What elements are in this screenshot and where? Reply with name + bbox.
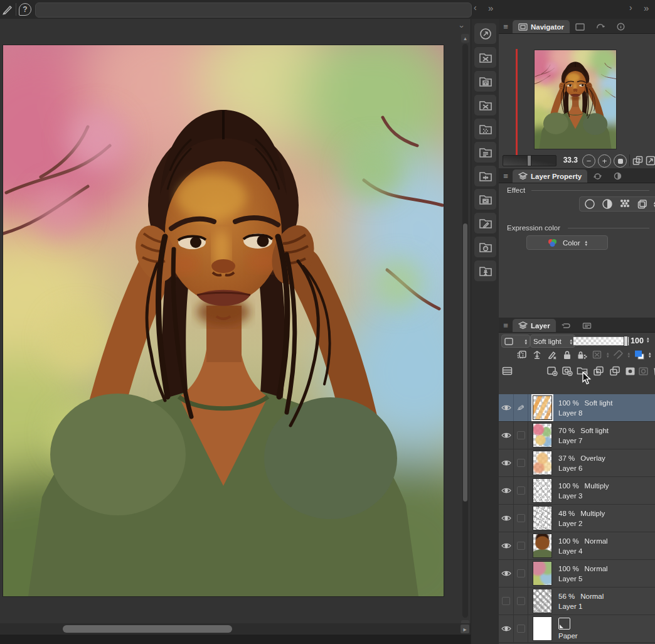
visibility-eye-icon[interactable] [499,422,514,449]
zoom-reset-button[interactable] [614,154,627,168]
tone-effect-icon[interactable] [601,198,614,210]
panel-more-left-icon[interactable]: » [488,3,492,13]
tab-item-bank[interactable] [590,20,611,33]
fit-to-screen-icon[interactable] [631,154,644,167]
edit-target-slot[interactable] [514,560,528,587]
layer-row-paper[interactable]: Paper [499,615,655,643]
tab-information[interactable] [611,20,631,33]
tab-layer-property[interactable]: Layer Property [513,169,587,183]
zoom-slider[interactable] [503,155,556,166]
visibility-eye-icon[interactable] [499,532,514,559]
visibility-eye-icon[interactable] [499,477,514,504]
delete-layer-icon[interactable] [652,366,655,376]
horizontal-scroll-thumb[interactable] [63,625,232,633]
tab-animation[interactable] [587,169,608,183]
tab-sub-view[interactable] [570,20,590,33]
layer-row-layer2[interactable]: 48 %MultiplyLayer 2 [499,505,655,532]
edit-target-slot[interactable] [514,505,528,532]
tab-navigator[interactable]: Navigator [513,20,570,33]
panel-collapse-left-icon[interactable]: ‹ [474,3,476,13]
canvas-menu-chevron-icon[interactable]: › [457,25,466,28]
material-folder-monochrome-icon[interactable] [474,95,496,115]
transfer-to-lower-layer-icon[interactable] [593,366,604,376]
layer-thumbnail[interactable] [533,561,552,586]
material-folder-image-icon[interactable] [474,166,496,186]
layer-thumbnail[interactable] [533,478,552,503]
edit-target-slot[interactable] [514,422,528,449]
palette-color-combo[interactable]: ▴▾ [501,335,530,348]
edit-target-slot[interactable] [514,588,528,614]
edit-target-slot[interactable] [514,477,528,504]
new-raster-layer-icon[interactable] [546,366,558,376]
layer-name[interactable]: Layer 1 [558,603,604,610]
halftone-effect-icon[interactable] [619,198,631,210]
opacity-slider[interactable] [573,336,629,346]
scroll-up-icon[interactable]: ▴ [461,34,469,43]
layer-name[interactable]: Paper [558,632,578,640]
layer-menu-icon[interactable]: ≡ [499,318,513,332]
quick-access-icon[interactable] [474,23,496,44]
layer-thumbnail[interactable] [533,395,552,420]
lock-transparent-pixels-icon[interactable] [577,350,588,360]
layer-name[interactable]: Layer 2 [558,520,605,527]
layer-thumbnail[interactable] [533,451,552,475]
tab-tool-property[interactable] [608,169,627,183]
layer-color-effect-icon[interactable] [636,198,649,210]
zoom-slider-thumb[interactable] [527,155,531,166]
layer-name[interactable]: Layer 7 [558,437,609,444]
opacity-slider-thumb[interactable] [624,336,628,346]
canvas-viewport[interactable]: › ▴ ▾ ▸ [0,19,471,644]
navigator-menu-icon[interactable]: ≡ [499,19,513,33]
visibility-eye-icon[interactable] [499,505,514,532]
opacity-stepper-icon[interactable]: ▴▾ [647,336,649,343]
vertical-scroll-thumb[interactable] [463,223,467,502]
material-folder-all-icon[interactable] [474,47,496,68]
layer-row-layer1-hidden[interactable]: 56 %NormalLayer 1 [499,588,655,615]
command-bar-field[interactable] [35,3,472,18]
visibility-eye-slot-hidden[interactable] [499,588,514,614]
artwork-canvas[interactable] [3,45,444,596]
layer-row-layer5[interactable]: 100 %NormalLayer 5 [499,560,655,588]
material-folder-edit-icon[interactable] [474,213,496,233]
layer-name[interactable]: Layer 3 [558,492,609,500]
visibility-eye-icon[interactable] [499,449,514,476]
layer-color-swatch[interactable] [634,350,645,360]
layer-name[interactable]: Layer 4 [558,547,608,555]
edit-target-slot[interactable] [514,449,528,476]
material-folder-pattern-icon[interactable] [474,189,496,210]
visibility-eye-icon[interactable] [499,615,514,642]
fit-to-area-icon[interactable] [644,154,655,167]
combine-to-lower-layer-icon[interactable] [609,366,620,376]
material-folder-3d-icon[interactable] [474,237,496,257]
zoom-in-button[interactable]: + [598,154,611,168]
clip-to-layer-below-icon[interactable] [516,350,528,360]
layer-row-layer6[interactable]: 37 %OverlayLayer 6 [499,449,655,477]
material-folder-pose-icon[interactable] [474,260,496,281]
navigator-thumbnail[interactable] [535,50,616,149]
expression-color-dropdown[interactable]: Color ▴▾ [526,235,608,250]
layer-row-layer8[interactable]: ✎ 100 %Soft lightLayer 8 [499,394,655,422]
layer-row-layer4[interactable]: 100 %NormalLayer 4 [499,532,655,560]
vertical-scrollbar[interactable]: ▴ ▾ [461,34,469,638]
border-effect-icon[interactable] [583,198,596,210]
tab-search-layer[interactable] [577,319,597,332]
layer-thumbnail[interactable] [533,589,552,613]
paper-thumbnail[interactable] [533,616,552,641]
tab-layer[interactable]: Layer [513,319,556,332]
scroll-right-icon[interactable]: ▸ [461,625,469,633]
layer-color-chevron-icon[interactable]: ▴▾ [649,352,651,358]
panel-collapse-right-icon[interactable]: › [629,3,631,13]
layer-name[interactable]: Layer 5 [558,575,608,582]
layer-thumbnail[interactable] [533,423,552,448]
layer-row-layer3[interactable]: 100 %MultiplyLayer 3 [499,477,655,505]
tab-layer-history[interactable] [556,319,577,332]
layer-thumbnail[interactable] [533,506,552,530]
pen-tool-icon[interactable] [0,2,15,17]
material-folder-manga-icon[interactable] [474,142,496,163]
help-icon[interactable]: ? [18,2,33,17]
visibility-eye-icon[interactable] [499,560,514,587]
layer-row-layer7[interactable]: 70 %Soft lightLayer 7 [499,422,655,449]
reference-layer-icon[interactable] [531,350,543,360]
blend-mode-dropdown[interactable]: Soft light ▴▾ [530,335,575,348]
horizontal-scrollbar[interactable]: ▸ [0,623,471,635]
